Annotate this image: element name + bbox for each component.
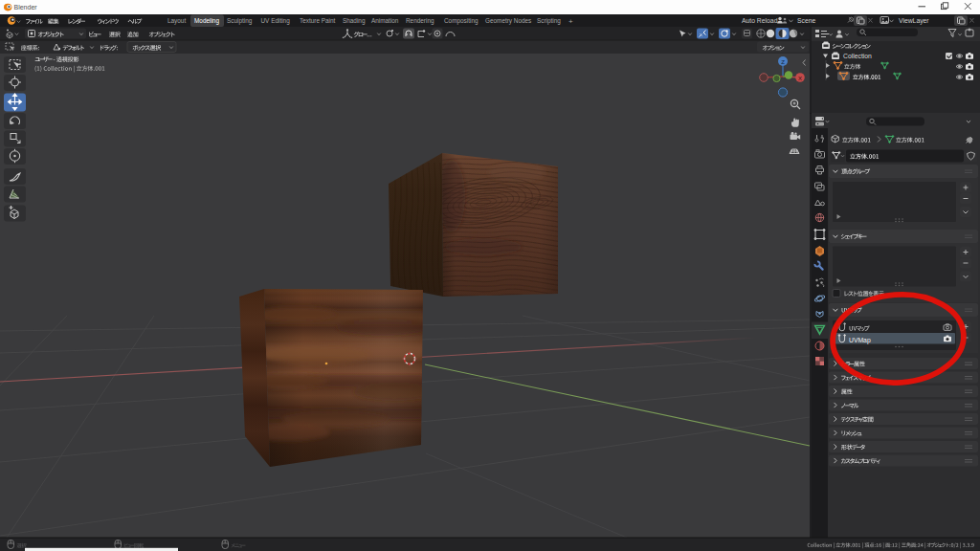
svg-text:Layout: Layout <box>167 17 186 25</box>
svg-text:X: X <box>798 76 802 81</box>
svg-text:Blender: Blender <box>14 4 38 11</box>
svg-text:Modeling: Modeling <box>194 17 219 25</box>
svg-text:UVMap: UVMap <box>849 337 871 344</box>
svg-text:Sculpting: Sculpting <box>227 17 253 25</box>
svg-text:ViewLayer: ViewLayer <box>899 17 929 25</box>
svg-text:Rendering: Rendering <box>406 17 434 25</box>
svg-text:Animation: Animation <box>371 17 399 24</box>
svg-text:Collection: Collection <box>843 53 872 59</box>
svg-text:+: + <box>568 17 573 26</box>
svg-text:Auto Reload: Auto Reload <box>742 17 778 24</box>
svg-text:Texture Paint: Texture Paint <box>300 17 336 24</box>
svg-text:Shading: Shading <box>343 17 366 25</box>
svg-text:Scene: Scene <box>797 17 815 24</box>
svg-text:Scripting: Scripting <box>537 17 561 25</box>
svg-text:UV Editing: UV Editing <box>261 17 291 25</box>
svg-text:Z: Z <box>781 59 785 65</box>
svg-text:Compositing: Compositing <box>444 17 479 25</box>
svg-text:Geometry Nodes: Geometry Nodes <box>485 17 531 25</box>
